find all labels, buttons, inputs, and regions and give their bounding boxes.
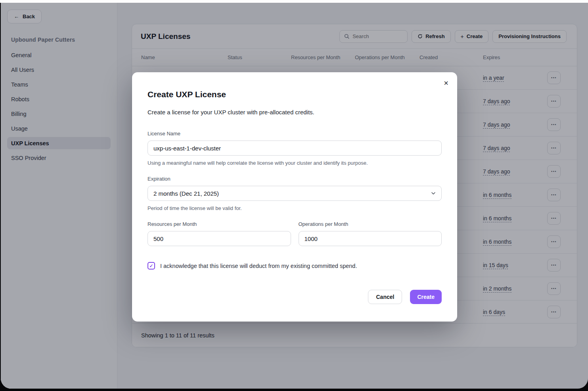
close-icon[interactable]: × bbox=[440, 77, 452, 89]
screen: ← Back Upbound Paper Cutters GeneralAll … bbox=[0, 0, 588, 391]
create-uxp-license-modal: × Create UXP License Create a license fo… bbox=[132, 72, 457, 322]
modal-create-button[interactable]: Create bbox=[410, 290, 442, 304]
operations-input[interactable] bbox=[299, 231, 442, 246]
operations-label: Operations per Month bbox=[299, 221, 442, 227]
app-window: ← Back Upbound Paper Cutters GeneralAll … bbox=[1, 3, 588, 389]
modal-title: Create UXP License bbox=[147, 90, 442, 99]
check-icon: ✓ bbox=[149, 263, 153, 269]
chevron-down-icon bbox=[430, 190, 437, 196]
license-name-helper: Using a meaningful name will help correl… bbox=[147, 160, 442, 166]
expiration-label: Expiration bbox=[147, 176, 442, 182]
operations-field: Operations per Month bbox=[299, 221, 442, 246]
modal-actions: Cancel Create bbox=[147, 290, 442, 304]
acknowledge-label: I acknowledge that this license will ded… bbox=[160, 263, 357, 269]
modal-subtitle: Create a license for your UXP cluster wi… bbox=[147, 109, 442, 116]
resources-label: Resources per Month bbox=[147, 221, 291, 227]
window-top-strip bbox=[0, 0, 588, 3]
resources-input[interactable] bbox=[147, 231, 291, 246]
cancel-button[interactable]: Cancel bbox=[368, 290, 402, 304]
credits-row: Resources per Month Operations per Month bbox=[147, 221, 442, 246]
license-name-input[interactable] bbox=[147, 141, 442, 156]
expiration-select-wrap: 2 months (Dec 21, 2025) bbox=[147, 186, 442, 201]
resources-field: Resources per Month bbox=[147, 221, 291, 246]
expiration-selected-value: 2 months (Dec 21, 2025) bbox=[153, 190, 219, 197]
expiration-helper: Period of time the license will be valid… bbox=[147, 205, 442, 212]
acknowledge-row: ✓ I acknowledge that this license will d… bbox=[147, 262, 442, 270]
license-name-label: License Name bbox=[147, 131, 442, 137]
expiration-select[interactable]: 2 months (Dec 21, 2025) bbox=[147, 186, 442, 201]
acknowledge-checkbox[interactable]: ✓ bbox=[147, 262, 155, 270]
